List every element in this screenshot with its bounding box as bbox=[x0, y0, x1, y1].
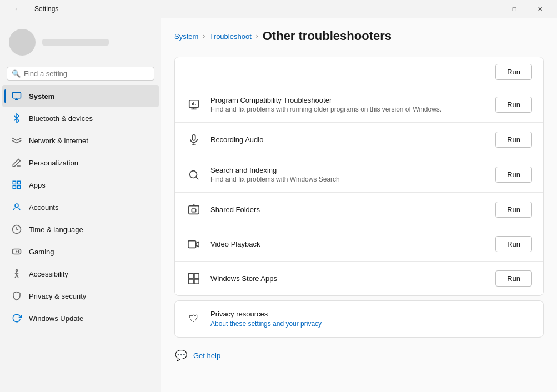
search-indexing-info: Search and Indexing Find and fix problem… bbox=[210, 166, 486, 183]
close-button[interactable]: ✕ bbox=[527, 0, 553, 18]
video-playback-name: Video Playback bbox=[210, 240, 486, 248]
search-box[interactable]: 🔍 bbox=[7, 67, 154, 81]
privacy-shield-icon: 🛡 bbox=[186, 311, 202, 327]
partial-row: Run bbox=[175, 57, 543, 87]
apps-icon bbox=[11, 179, 22, 190]
sidebar-item-personalization[interactable]: Personalization bbox=[2, 152, 159, 174]
update-icon bbox=[11, 313, 22, 324]
search-icon: 🔍 bbox=[12, 69, 21, 78]
troubleshooter-row-windows-store: Windows Store Apps Run bbox=[175, 262, 543, 295]
shared-folders-run-button[interactable]: Run bbox=[495, 202, 532, 218]
privacy-resources-row: 🛡 Privacy resources About these settings… bbox=[174, 300, 544, 338]
program-compat-name: Program Compatibility Troubleshooter bbox=[210, 96, 486, 104]
video-playback-info: Video Playback bbox=[210, 240, 486, 248]
recording-audio-run-button[interactable]: Run bbox=[495, 132, 532, 148]
breadcrumb-troubleshoot[interactable]: Troubleshoot bbox=[209, 32, 251, 41]
time-icon bbox=[11, 224, 22, 235]
troubleshooter-row-search-indexing: Search and Indexing Find and fix problem… bbox=[175, 157, 543, 193]
privacy-link[interactable]: About these settings and your privacy bbox=[210, 320, 322, 328]
svg-rect-34 bbox=[189, 279, 193, 283]
svg-line-17 bbox=[17, 275, 18, 278]
video-playback-icon bbox=[186, 237, 202, 252]
svg-rect-5 bbox=[13, 186, 16, 189]
troubleshooter-row-program-compat: Program Compatibility Troubleshooter Fin… bbox=[175, 87, 543, 123]
svg-point-7 bbox=[15, 204, 18, 207]
svg-point-14 bbox=[16, 270, 18, 272]
svg-rect-24 bbox=[192, 134, 195, 140]
sidebar-label-update: Windows Update bbox=[29, 314, 83, 323]
sidebar-label-bluetooth: Bluetooth & devices bbox=[29, 114, 93, 123]
svg-rect-29 bbox=[189, 205, 199, 214]
sidebar-item-system[interactable]: System bbox=[2, 85, 159, 107]
recording-audio-name: Recording Audio bbox=[210, 135, 486, 144]
bluetooth-icon bbox=[11, 113, 22, 124]
sidebar: 🔍 System Bluetooth & devices Network & i… bbox=[0, 18, 161, 392]
troubleshooter-rows: Program Compatibility Troubleshooter Fin… bbox=[175, 87, 543, 295]
titlebar-left: ← Settings bbox=[4, 0, 58, 18]
shared-folders-info: Shared Folders bbox=[210, 205, 486, 214]
troubleshooter-row-video-playback: Video Playback Run bbox=[175, 227, 543, 262]
search-indexing-run-button[interactable]: Run bbox=[495, 167, 532, 183]
sidebar-item-gaming[interactable]: Gaming bbox=[2, 240, 159, 263]
partial-run-button[interactable]: Run bbox=[495, 64, 532, 80]
sidebar-item-update[interactable]: Windows Update bbox=[2, 307, 159, 329]
program-compat-run-button[interactable]: Run bbox=[495, 97, 532, 113]
sidebar-label-accessibility: Accessibility bbox=[29, 270, 68, 278]
sidebar-item-accounts[interactable]: Accounts bbox=[2, 196, 159, 218]
svg-rect-32 bbox=[189, 273, 193, 278]
video-playback-run-button[interactable]: Run bbox=[495, 236, 532, 252]
shared-folders-icon bbox=[186, 202, 202, 218]
maximize-button[interactable]: □ bbox=[501, 0, 527, 18]
sidebar-label-network: Network & internet bbox=[29, 137, 88, 145]
system-icon bbox=[11, 91, 22, 102]
troubleshooter-list: Run Program Compatibility Troubleshooter… bbox=[174, 57, 544, 296]
breadcrumb-system[interactable]: System bbox=[174, 32, 198, 41]
avatar-name bbox=[42, 39, 109, 46]
minimize-button[interactable]: ─ bbox=[476, 0, 501, 18]
sidebar-item-apps[interactable]: Apps bbox=[2, 174, 159, 196]
sidebar-label-accounts: Accounts bbox=[29, 203, 58, 212]
titlebar: ← Settings ─ □ ✕ bbox=[0, 0, 557, 18]
svg-rect-3 bbox=[13, 181, 16, 184]
content-area: System › Troubleshoot › Other troublesho… bbox=[161, 18, 557, 392]
sidebar-item-network[interactable]: Network & internet bbox=[2, 129, 159, 152]
breadcrumb-sep-1: › bbox=[203, 32, 205, 40]
svg-rect-31 bbox=[188, 240, 196, 248]
get-help[interactable]: 💬 Get help bbox=[174, 349, 544, 362]
windows-store-run-button[interactable]: Run bbox=[495, 270, 532, 287]
svg-rect-6 bbox=[18, 186, 21, 189]
privacy-title: Privacy resources bbox=[210, 310, 322, 318]
search-input[interactable] bbox=[24, 69, 149, 78]
program-compat-desc: Find and fix problems with running older… bbox=[210, 105, 486, 113]
svg-point-13 bbox=[18, 252, 19, 253]
main-layout: 🔍 System Bluetooth & devices Network & i… bbox=[0, 18, 557, 392]
sidebar-label-apps: Apps bbox=[29, 181, 46, 189]
titlebar-controls: ─ □ ✕ bbox=[476, 0, 553, 18]
accounts-icon bbox=[11, 202, 22, 213]
breadcrumb: System › Troubleshoot › Other troublesho… bbox=[174, 29, 544, 43]
back-button[interactable]: ← bbox=[4, 0, 30, 18]
sidebar-label-system: System bbox=[29, 92, 54, 100]
svg-line-16 bbox=[15, 275, 17, 278]
sidebar-item-time[interactable]: Time & language bbox=[2, 218, 159, 240]
troubleshooter-row-recording-audio: Recording Audio Run bbox=[175, 123, 543, 157]
personalization-icon bbox=[11, 157, 22, 168]
privacy-info: Privacy resources About these settings a… bbox=[210, 310, 322, 328]
svg-line-28 bbox=[196, 177, 198, 179]
gaming-icon bbox=[11, 246, 22, 257]
recording-audio-info: Recording Audio bbox=[210, 135, 486, 144]
sidebar-item-bluetooth[interactable]: Bluetooth & devices bbox=[2, 107, 159, 129]
accessibility-icon bbox=[11, 268, 22, 279]
windows-store-icon bbox=[186, 271, 202, 287]
breadcrumb-sep-2: › bbox=[256, 32, 258, 40]
titlebar-title: Settings bbox=[34, 5, 58, 13]
sidebar-item-privacy[interactable]: Privacy & security bbox=[2, 285, 159, 307]
svg-point-27 bbox=[190, 170, 197, 178]
sidebar-label-time: Time & language bbox=[29, 225, 83, 234]
avatar bbox=[9, 29, 36, 56]
sidebar-item-accessibility[interactable]: Accessibility bbox=[2, 263, 159, 285]
shared-folders-name: Shared Folders bbox=[210, 205, 486, 214]
get-help-icon: 💬 bbox=[174, 349, 188, 362]
svg-rect-30 bbox=[192, 209, 195, 212]
svg-rect-33 bbox=[194, 273, 199, 278]
